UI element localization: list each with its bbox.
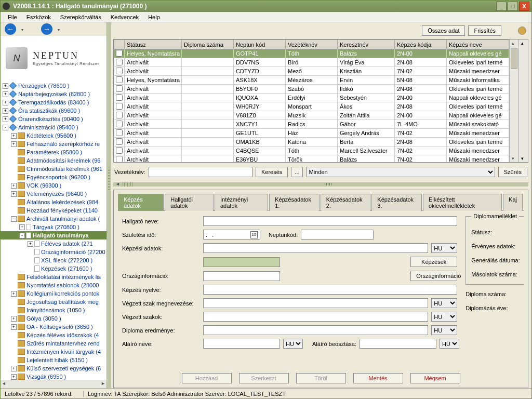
- lang-kepzesi-adatok[interactable]: HU: [431, 243, 457, 253]
- table-row[interactable]: ArchiváltC4BQSETóthMarcell Szilveszter7N…: [114, 147, 509, 155]
- grid-selector-scroll[interactable]: [518, 39, 528, 162]
- tree-node[interactable]: +Külső szervezeti egységek (6: [1, 364, 107, 373]
- refresh-button[interactable]: Frissítés: [468, 25, 501, 36]
- tree-node[interactable]: +Pénzügyek (78600 ): [1, 82, 107, 90]
- input-diploma-eredmenye[interactable]: [203, 325, 428, 335]
- tab[interactable]: Képzésadatok 2.: [321, 194, 371, 211]
- tree-node[interactable]: -Adminisztráció (95400 ): [1, 123, 107, 131]
- input-alairo-neve[interactable]: [203, 339, 280, 349]
- lang-vegzett-szak-meg[interactable]: HU: [431, 298, 457, 308]
- table-row[interactable]: ArchiváltOMA1KBKatonaBerta2N-08Okleveles…: [114, 138, 509, 147]
- tree-node[interactable]: Nyomtatási sablonok (28000: [1, 281, 107, 289]
- nav-back-button[interactable]: ←: [5, 23, 16, 35]
- nav-back-menu[interactable]: [20, 26, 23, 32]
- input-orszaginformacio[interactable]: [203, 271, 280, 281]
- table-row[interactable]: ArchiváltGE1UTLHázGergely András7N-02Műs…: [114, 129, 509, 138]
- tree-node[interactable]: Felsőoktatási intézmények lis: [1, 273, 107, 281]
- maximize-button[interactable]: □: [508, 2, 518, 11]
- add-button[interactable]: Hozzáad: [182, 373, 232, 383]
- minimize-button[interactable]: _: [496, 2, 507, 11]
- calendar-icon[interactable]: [250, 231, 258, 238]
- tab[interactable]: Kaj: [503, 194, 523, 211]
- tree-node[interactable]: +Felhasználó szerepkörhöz re: [1, 140, 107, 148]
- row-checkbox[interactable]: [116, 138, 123, 145]
- splitter-horizontal[interactable]: ◄: [113, 182, 528, 187]
- tree-node[interactable]: +Gólya (3050 ): [1, 314, 107, 323]
- lang-alairo-beosztasa[interactable]: HU: [440, 339, 459, 349]
- table-row[interactable]: ArchiváltV681Z0MuzsikZoltán Attila2N-00N…: [114, 111, 509, 120]
- tab[interactable]: Képzésadatok 3.: [371, 194, 422, 211]
- input-vegzett-szak-meg[interactable]: [203, 298, 428, 308]
- tab[interactable]: Képzés adatok: [118, 194, 164, 211]
- tree-node[interactable]: XSL fileok (272200 ): [1, 256, 107, 264]
- nav-tree[interactable]: +Pénzügyek (78600 )+Naptárbejegyzések (8…: [1, 81, 107, 380]
- col-header[interactable]: Vezetéknév: [286, 40, 338, 49]
- col-header[interactable]: Neptun kód: [234, 40, 286, 49]
- tree-node[interactable]: -Archivált tanulmányi adatok (: [1, 215, 107, 223]
- tab[interactable]: Elkészített oklevélmellékletek: [423, 194, 502, 211]
- menu-eszközök[interactable]: Eszközök: [22, 13, 55, 21]
- menu-file[interactable]: File: [4, 13, 21, 21]
- tab[interactable]: Képzésadatok 1.: [269, 194, 320, 211]
- search-button[interactable]: Keresés: [256, 167, 288, 177]
- tree-node[interactable]: +Vizsgák (6950 ): [1, 373, 107, 380]
- splitter-vertical[interactable]: [107, 22, 111, 388]
- table-row[interactable]: ArchiváltIQUOXAErdélyiSebestyén2N-00Napp…: [114, 94, 509, 102]
- row-checkbox[interactable]: [116, 103, 123, 110]
- search-more-button[interactable]: ...: [291, 167, 303, 177]
- pin-icon[interactable]: [518, 26, 526, 35]
- filter-select[interactable]: Minden: [306, 167, 495, 177]
- tree-node[interactable]: +Kollégiumi korrekciós pontok: [1, 289, 107, 298]
- row-checkbox[interactable]: [116, 121, 123, 127]
- row-checkbox[interactable]: [116, 156, 123, 163]
- input-szuletesi-ido[interactable]: . .: [203, 230, 260, 240]
- row-checkbox[interactable]: [116, 59, 123, 65]
- col-header[interactable]: Képzés kódja: [395, 40, 447, 49]
- kepzesek-button[interactable]: Képzések: [410, 257, 457, 267]
- tree-node[interactable]: Jogosultság beállítások meg: [1, 298, 107, 306]
- search-input[interactable]: [149, 167, 252, 177]
- lang-alairo-neve[interactable]: HU: [283, 339, 303, 349]
- tree-node[interactable]: Képzések (271600 ): [1, 264, 107, 273]
- edit-button[interactable]: Szerkeszt: [239, 373, 289, 383]
- row-checkbox[interactable]: [116, 50, 123, 57]
- table-row[interactable]: ArchiváltDDV7NSBíróVirág Éva2N-08Oklevel…: [114, 58, 509, 67]
- table-row[interactable]: ArchiváltCDTYZDMezőKrisztián7N-02Műszaki…: [114, 67, 509, 76]
- tree-node[interactable]: Címmódosítási kérelmek (961: [1, 165, 107, 173]
- tree-node[interactable]: Szűrés mintatantervhez rend: [1, 339, 107, 348]
- input-vegzett-szakok[interactable]: [203, 312, 428, 322]
- tree-node[interactable]: +Véleményezés (96400 ): [1, 190, 107, 198]
- menu-kedvencek[interactable]: Kedvencek: [107, 13, 143, 21]
- table-row[interactable]: Helyes, NyomtatásraGOTP41TóthBalázs2N-00…: [114, 49, 509, 58]
- row-checkbox[interactable]: [116, 129, 123, 136]
- tree-node[interactable]: Adatmódosítási kérelmek (96: [1, 156, 107, 165]
- table-row[interactable]: Helyes, NyomtatásraASK18XMészárosErvin5N…: [114, 76, 509, 85]
- grid-vscroll[interactable]: [509, 39, 518, 162]
- tree-node[interactable]: Egyéncsoportok (96200 ): [1, 173, 107, 181]
- table-row[interactable]: ArchiváltXNC7Y1RadicsGábor7L-4MOMűszaki …: [114, 120, 509, 129]
- tab[interactable]: Intézményi adatok: [215, 194, 268, 211]
- tree-node[interactable]: +Féléves adatok (271: [1, 240, 107, 248]
- col-header[interactable]: Keresztnév: [338, 40, 395, 49]
- row-checkbox[interactable]: [116, 94, 123, 101]
- data-grid[interactable]: StátuszDiploma számaNeptun kódVezetéknév…: [113, 39, 528, 163]
- save-button[interactable]: Mentés: [353, 373, 403, 383]
- table-row[interactable]: ArchiváltWH0RJYMonspartÁkos2N-08Oklevele…: [114, 102, 509, 111]
- tree-hscroll[interactable]: [1, 380, 107, 388]
- input-kepzesi-adatok[interactable]: [203, 243, 428, 253]
- input-neptunkod[interactable]: [301, 230, 374, 240]
- row-checkbox[interactable]: [116, 68, 123, 74]
- tree-node[interactable]: +Óra statisztikák (89600 ): [1, 107, 107, 115]
- lang-vegzett-szakok[interactable]: HU: [431, 312, 457, 322]
- tree-node[interactable]: Paraméterek (95800 ): [1, 148, 107, 156]
- tree-node[interactable]: Lejelentett hibák (5150 ): [1, 356, 107, 364]
- menu-szerepkörváltás[interactable]: Szerepkörváltás: [56, 13, 105, 21]
- tree-node[interactable]: Hozzáad fényképeket (1140: [1, 206, 107, 215]
- tree-node[interactable]: Képzés féléves időszakok (4: [1, 331, 107, 339]
- row-checkbox[interactable]: [116, 76, 123, 83]
- input-kepzes-select[interactable]: [203, 257, 280, 267]
- nav-forward-button[interactable]: →: [41, 23, 52, 35]
- tree-node[interactable]: Intézményen kívüli tárgyak (4: [1, 348, 107, 356]
- col-header[interactable]: Státusz: [125, 40, 182, 49]
- col-header[interactable]: Képzés neve: [447, 40, 509, 49]
